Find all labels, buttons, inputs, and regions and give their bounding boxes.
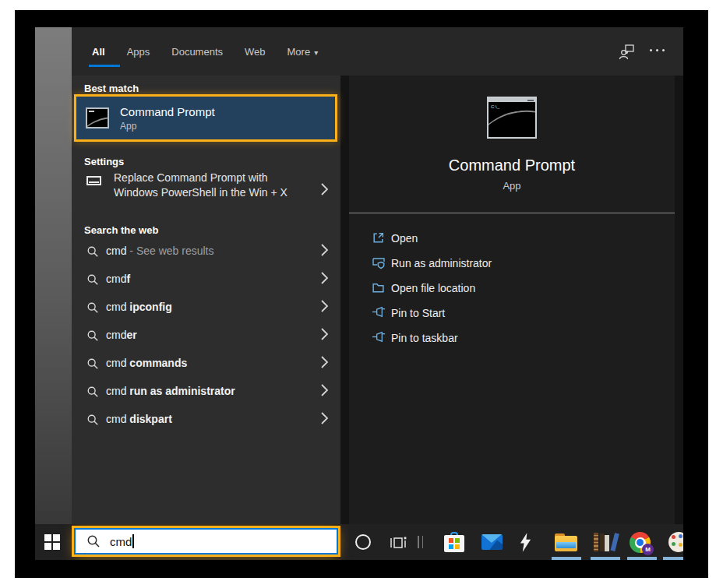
chevron-right-icon[interactable] [321,272,328,287]
web-suggestions-list: cmd - See web results cmdf cmd ipconfig [72,238,340,434]
web-suggestion-row[interactable]: cmdf [72,266,340,294]
settings-label-line2: Windows PowerShell in the Win + X [114,185,309,200]
tab-more[interactable]: More▾ [287,46,319,58]
text-cursor [132,534,134,548]
action-pin-to-taskbar[interactable]: Pin to taskbar [349,326,675,350]
file-explorer-button[interactable] [555,533,577,551]
web-suggestion-row[interactable]: cmd diskpart [72,406,340,434]
taskbar: cmd [35,524,683,560]
desktop-background-strip [35,27,72,524]
folder-icon [372,281,385,298]
results-panel: Best match Command Prompt App Settings [72,76,340,524]
suggestion-text: cmd diskpart [106,413,172,425]
chevron-right-icon[interactable] [321,328,328,343]
section-header-settings: Settings [84,156,124,167]
suggestion-text: cmd ipconfig [106,301,172,313]
chevron-right-icon[interactable] [321,183,328,199]
action-open[interactable]: Open [349,226,675,251]
chevron-right-icon[interactable] [321,384,328,400]
preview-title: Command Prompt [349,157,675,174]
tab-web[interactable]: Web [245,46,266,58]
books-app-button[interactable] [594,533,615,551]
search-icon [86,273,99,289]
microsoft-store-button[interactable] [444,532,464,553]
web-suggestion-row[interactable]: cmd - See web results [72,238,340,266]
taskbar-separator [418,536,423,548]
tab-documents[interactable]: Documents [171,46,223,58]
open-icon [372,231,385,248]
lightning-app-button[interactable] [519,533,532,555]
suggestion-text: cmdf [106,273,130,285]
search-filter-bar: All Apps Documents Web More▾ [72,27,683,76]
palette-app-button[interactable] [668,532,683,552]
web-suggestion-row[interactable]: cmder [72,322,340,350]
chevron-right-icon[interactable] [321,244,328,259]
action-label: Open file location [391,282,475,294]
settings-result[interactable]: Replace Command Prompt with Windows Powe… [72,171,340,211]
action-pin-to-start[interactable]: Pin to Start [349,301,675,326]
chrome-button[interactable]: M [630,532,651,553]
web-suggestion-row[interactable]: cmd ipconfig [72,294,340,322]
search-icon [86,357,99,373]
tab-more-label: More [287,46,311,58]
action-label: Open [391,232,418,245]
suggestion-text: cmd commands [106,357,187,369]
command-prompt-icon [86,107,109,129]
taskbar-search-input[interactable]: cmd [74,528,338,555]
settings-result-label: Replace Command Prompt with Windows Powe… [114,171,309,200]
action-run-as-administrator[interactable]: Run as administrator [349,251,675,276]
search-icon [86,534,101,548]
admin-shield-icon [372,256,386,273]
best-match-result[interactable]: Command Prompt App [74,94,337,142]
search-icon [86,329,99,345]
task-view-button[interactable] [390,534,407,553]
open-app-indicator [627,557,657,560]
result-title: Command Prompt [120,105,215,118]
search-query-text: cmd [110,535,132,548]
search-results-area: Best match Command Prompt App Settings [72,76,683,524]
open-app-indicator [663,557,683,560]
pin-icon [372,331,386,346]
chevron-right-icon[interactable] [321,300,328,315]
suggestion-text: cmd - See web results [106,245,214,257]
tab-all[interactable]: All [92,46,105,58]
chevron-right-icon[interactable] [321,356,328,371]
cortana-button[interactable] [355,534,371,550]
screenshot-root: All Apps Documents Web More▾ [0,0,716,588]
chevron-down-icon: ▾ [314,48,318,57]
action-label: Pin to Start [391,307,445,319]
section-header-search-web: Search the web [84,224,158,236]
section-header-best-match: Best match [84,83,139,94]
command-prompt-icon-large: C:\_ [487,97,537,139]
search-icon [86,301,99,317]
panel-edge [675,76,683,524]
chevron-right-icon[interactable] [321,412,328,428]
preview-panel: C:\_ Command Prompt App Open [349,76,675,524]
filter-tabs: All Apps Documents Web More▾ [92,27,318,76]
search-flyout: All Apps Documents Web More▾ [72,27,683,524]
start-button[interactable] [44,534,62,550]
tab-apps[interactable]: Apps [127,46,150,58]
pin-icon [372,306,386,321]
result-subtitle: App [120,121,215,132]
action-label: Run as administrator [391,257,492,269]
open-app-indicator [591,557,620,560]
mail-button[interactable] [481,534,503,550]
feedback-icon[interactable] [619,44,635,63]
web-suggestion-row[interactable]: cmd run as administrator [72,378,340,406]
desktop-frame: All Apps Documents Web More▾ [15,10,708,578]
suggestion-text: cmder [106,329,137,341]
panel-divider [340,76,349,524]
chrome-profile-badge: M [642,544,654,555]
window-icon [86,176,101,185]
web-suggestion-row[interactable]: cmd commands [72,350,340,378]
active-tab-indicator [89,65,120,67]
settings-label-line1: Replace Command Prompt with [114,171,309,185]
action-open-file-location[interactable]: Open file location [349,276,675,301]
best-match-text: Command Prompt App [120,105,215,132]
open-app-indicator [552,557,581,560]
more-options-icon[interactable] [650,49,665,51]
preview-actions: Open Run as administrator [349,226,675,350]
action-label: Pin to taskbar [391,332,458,344]
header-actions [590,27,683,76]
